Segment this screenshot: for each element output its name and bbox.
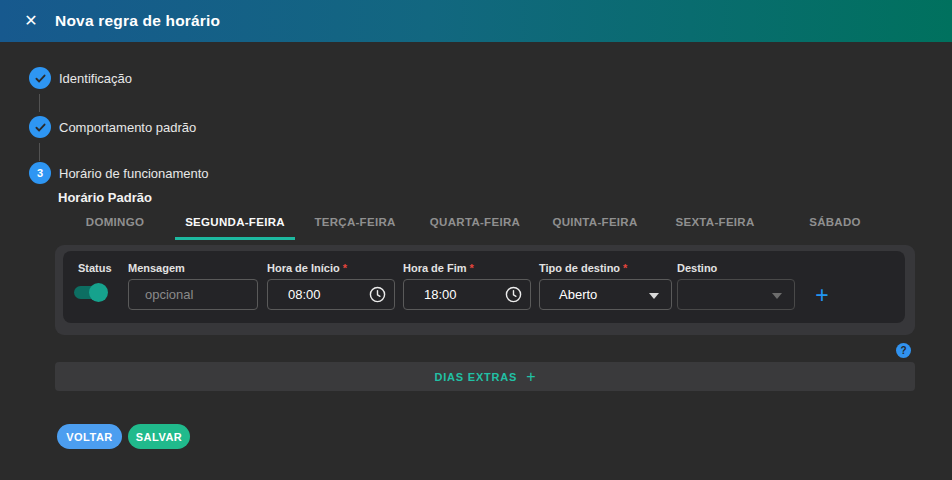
step-number-badge: 3 [29,162,51,184]
tab-sexta-feira[interactable]: SEXTA-FEIRA [655,208,775,240]
step-label: Comportamento padrão [59,120,196,135]
tipo-destino-label: Tipo de destino* [539,262,672,279]
tab-quarta-feira[interactable]: QUARTA-FEIRA [415,208,535,240]
extra-days-label: DIAS EXTRAS [434,371,517,383]
clock-icon[interactable] [369,286,386,303]
toggle-knob [89,283,108,302]
tipo-destino-value: Aberto [559,287,597,302]
hora-fim-field: Hora de Fim* [403,262,531,310]
save-button[interactable]: SALVAR [128,424,190,449]
chevron-down-icon [649,293,659,299]
tab-quinta-feira[interactable]: QUINTA-FEIRA [535,208,655,240]
step-label: Identificação [59,71,132,86]
hora-fim-wrap [403,279,531,310]
plus-icon: + [526,369,535,385]
hora-fim-label: Hora de Fim* [403,262,531,279]
tipo-destino-label-text: Tipo de destino [539,262,620,274]
required-asterisk: * [470,262,474,274]
weekday-tabs: DOMINGO SEGUNDA-FEIRA TERÇA-FEIRA QUARTA… [55,208,895,240]
new-schedule-rule-dialog: ✕ Nova regra de horário Identificação Co… [0,0,952,480]
status-field: Status [76,262,112,299]
check-icon [34,72,47,85]
tab-segunda-feira[interactable]: SEGUNDA-FEIRA [175,208,295,240]
rule-row-card: Status Mensagem Hora de Início* Hora de … [63,251,905,323]
step-completed-icon [29,116,51,138]
close-icon[interactable]: ✕ [22,12,40,30]
back-button[interactable]: VOLTAR [57,424,122,449]
step-identificacao[interactable]: Identificação [29,67,132,89]
help-icon[interactable]: ? [896,343,911,358]
mensagem-input[interactable] [128,279,258,310]
step-label: Horário de funcionamento [59,166,209,181]
dialog-title: Nova regra de horário [55,12,220,30]
step-horario[interactable]: 3 Horário de funcionamento [29,162,209,184]
mensagem-field: Mensagem [128,262,258,310]
status-toggle[interactable] [74,286,104,299]
hora-inicio-label-text: Hora de Início [267,262,340,274]
destino-label: Destino [677,262,795,279]
tipo-destino-field: Tipo de destino* Aberto [539,262,672,310]
required-asterisk: * [623,262,627,274]
status-label: Status [78,262,112,279]
hora-inicio-field: Hora de Início* [267,262,395,310]
step-number: 3 [37,167,43,179]
hora-fim-label-text: Hora de Fim [403,262,467,274]
check-icon [34,121,47,134]
step-connector [39,94,40,112]
clock-icon[interactable] [505,286,522,303]
step-comportamento[interactable]: Comportamento padrão [29,116,196,138]
section-subtitle: Horário Padrão [58,190,152,205]
destino-field: Destino [677,262,795,310]
required-asterisk: * [343,262,347,274]
hora-inicio-wrap [267,279,395,310]
mensagem-label: Mensagem [128,262,258,279]
step-connector [39,143,40,161]
chevron-down-icon [772,293,782,299]
tab-domingo[interactable]: DOMINGO [55,208,175,240]
tab-terca-feira[interactable]: TERÇA-FEIRA [295,208,415,240]
step-completed-icon [29,67,51,89]
add-interval-button[interactable]: + [809,280,835,310]
dialog-header: ✕ Nova regra de horário [0,0,952,42]
tab-sabado[interactable]: SÁBADO [775,208,895,240]
extra-days-button[interactable]: DIAS EXTRAS + [55,362,915,391]
destino-select[interactable] [677,279,795,310]
hora-inicio-label: Hora de Início* [267,262,395,279]
tipo-destino-select[interactable]: Aberto [539,279,672,310]
